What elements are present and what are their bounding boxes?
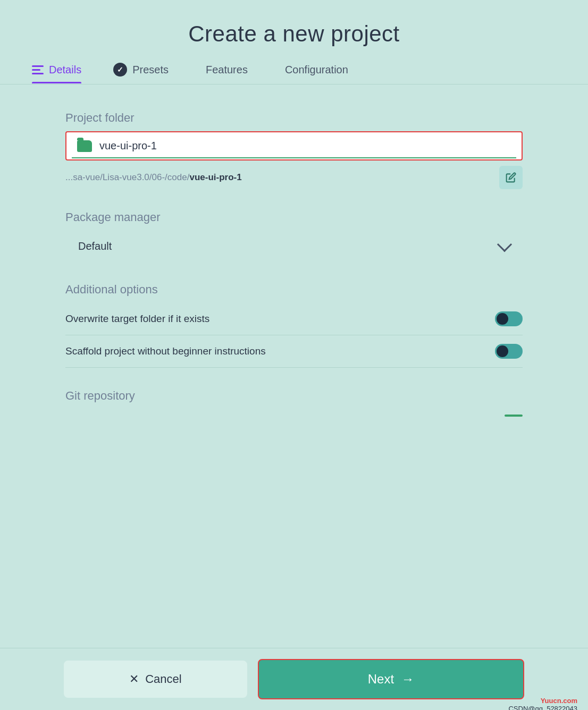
package-manager-select[interactable]: Default (65, 231, 523, 261)
tab-presets[interactable]: Presets (113, 63, 169, 84)
project-folder-section: Project folder ...sa-vue/Lisa-vue3.0/06-… (65, 111, 523, 210)
tab-configuration-label: Configuration (285, 64, 348, 76)
arrow-right-icon: → (401, 672, 414, 687)
tab-configuration[interactable]: Configuration (280, 64, 348, 83)
page-title: Create a new project (188, 21, 400, 47)
chevron-down-icon (497, 237, 512, 252)
folder-icon (77, 140, 92, 152)
path-text: ...sa-vue/Lisa-vue3.0/06-/code/vue-ui-pr… (65, 172, 242, 183)
tab-bar: Details Presets Features (0, 63, 588, 84)
option-overwrite-toggle[interactable] (495, 311, 523, 326)
cancel-x-icon: ✕ (129, 672, 139, 686)
tab-presets-label: Presets (132, 64, 169, 76)
next-label: Next (368, 672, 394, 687)
hamburger-icon (32, 65, 44, 74)
toggle-knob (497, 313, 508, 325)
git-repository-label: Git repository (65, 389, 523, 403)
bottom-bar: ✕ Cancel Next → (0, 648, 588, 710)
project-folder-input-wrapper (65, 131, 523, 160)
project-folder-input[interactable] (99, 140, 511, 152)
option-row-scaffold: Scaffold project without beginner instru… (65, 335, 523, 368)
watermark-line1: Yuucn.com (541, 697, 577, 705)
cancel-button[interactable]: ✕ Cancel (64, 661, 247, 698)
option-row-overwrite: Overwrite target folder if it exists (65, 303, 523, 335)
option-overwrite-label: Overwrite target folder if it exists (65, 313, 209, 325)
package-manager-section: Package manager Default (65, 210, 523, 261)
pencil-icon (506, 172, 516, 183)
main-content: Project folder ...sa-vue/Lisa-vue3.0/06-… (65, 111, 523, 427)
additional-options-section: Additional options Overwrite target fold… (65, 283, 523, 368)
toggle-knob-2 (497, 345, 508, 357)
project-folder-label: Project folder (65, 111, 523, 125)
tab-features-label: Features (206, 64, 248, 76)
option-scaffold-label: Scaffold project without beginner instru… (65, 345, 266, 357)
tab-details[interactable]: Details (32, 64, 81, 83)
git-mini-toggle (505, 415, 523, 417)
additional-options-label: Additional options (65, 283, 523, 297)
git-repository-section: Git repository (65, 389, 523, 417)
package-manager-label: Package manager (65, 210, 523, 224)
check-circle-icon (113, 63, 127, 77)
package-manager-selected: Default (78, 240, 112, 252)
git-toggle-row (65, 409, 523, 417)
option-scaffold-toggle[interactable] (495, 344, 523, 359)
cancel-label: Cancel (145, 672, 181, 686)
tab-features[interactable]: Features (200, 64, 248, 83)
edit-path-button[interactable] (499, 166, 523, 189)
path-info-row: ...sa-vue/Lisa-vue3.0/06-/code/vue-ui-pr… (65, 166, 523, 189)
tab-details-label: Details (49, 64, 81, 76)
watermark-line2: CSDN@qq_52822043 (508, 705, 577, 710)
next-button[interactable]: Next → (258, 659, 524, 699)
